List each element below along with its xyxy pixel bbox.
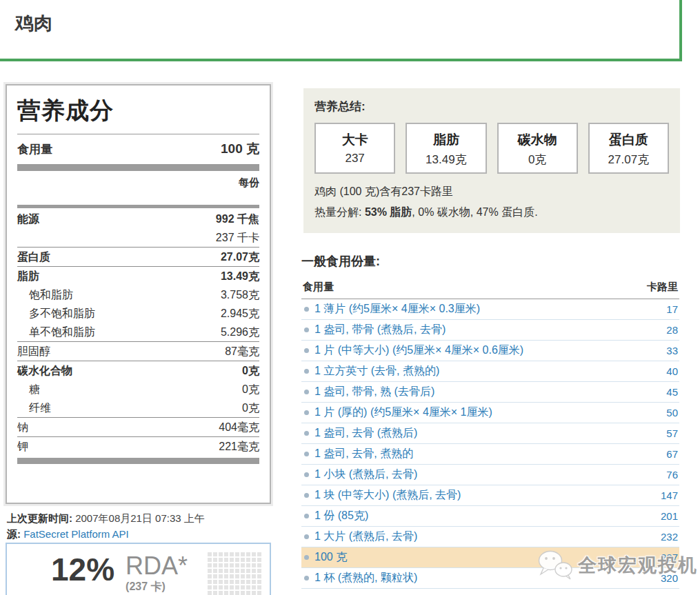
rda-grid-cell: [213, 574, 217, 578]
serving-row[interactable]: 1 块 (中等大小) (煮熟后, 去骨)147: [301, 485, 679, 506]
summary-card-label: 蛋白质: [590, 131, 668, 149]
serving-link[interactable]: 1 盎司, 带骨 (煮熟后, 去骨): [314, 323, 661, 337]
bullet-icon: [304, 390, 309, 394]
nutrition-row: 脂肪13.49克: [17, 266, 259, 285]
rda-grid-cell: [219, 563, 223, 567]
nutrient-label: 纤维: [17, 399, 51, 417]
serving-link[interactable]: 1 片 (厚的) (约5厘米× 4厘米× 1厘米): [314, 405, 661, 420]
serving-calories-link[interactable]: 76: [666, 469, 678, 481]
nutrient-value: 0克: [242, 380, 259, 399]
rda-grid-cell: [257, 552, 261, 556]
nutrition-facts-panel: 营养成分 食用量 100 克 每份 能源992 千焦237 千卡蛋白质27.07…: [6, 84, 271, 504]
serving-sizes-title: 一般食用份量:: [301, 253, 679, 270]
summary-card: 蛋白质27.07克: [588, 123, 669, 174]
rda-grid-cell: [246, 580, 250, 584]
rda-grid-cell: [224, 591, 228, 595]
serving-link[interactable]: 1 份 (85克): [314, 509, 655, 523]
column-serving-header: 食用量: [303, 281, 334, 294]
rda-grid-cell: [230, 563, 234, 567]
serving-calories-link[interactable]: 57: [666, 427, 678, 439]
serving-link[interactable]: 100 克: [314, 550, 655, 565]
serving-calories-link[interactable]: 67: [666, 448, 678, 460]
nutrition-row: 蛋白质27.07克: [17, 247, 259, 266]
summary-calorie-line: 鸡肉 (100 克)含有237卡路里: [314, 185, 669, 199]
serving-calories-link[interactable]: 201: [661, 510, 678, 522]
summary-card: 脂肪13.49克: [406, 123, 486, 174]
serving-row[interactable]: 1 杯 (煮熟的, 颗粒状)320: [301, 568, 679, 589]
serving-row[interactable]: 1 薄片 (约5厘米× 4厘米× 0.3厘米)17: [301, 299, 679, 320]
rda-grid-cell: [224, 558, 228, 562]
serving-row[interactable]: 100 克237: [301, 547, 679, 568]
serving-link[interactable]: 1 盎司, 去骨, 煮熟的: [314, 447, 661, 461]
rda-grid-cell: [252, 585, 256, 589]
rda-grid-cell: [252, 591, 256, 595]
serving-row[interactable]: 1 立方英寸 (去骨, 煮熟的)40: [301, 361, 679, 382]
rda-grid-cell: [213, 552, 217, 556]
serving-link[interactable]: 1 立方英寸 (去骨, 煮熟的): [314, 364, 661, 379]
serving-row[interactable]: 1 小块 (煮熟后, 去骨)76: [301, 465, 679, 485]
bullet-icon: [304, 348, 309, 353]
serving-row[interactable]: 1 盎司, 带骨, 熟 (去骨后)45: [301, 382, 679, 403]
serving-calories-link[interactable]: 320: [661, 572, 678, 584]
rda-grid-cell: [246, 563, 250, 567]
bullet-icon: [304, 493, 309, 498]
serving-calories-link[interactable]: 17: [666, 303, 678, 315]
thick-bar: [17, 164, 259, 171]
rda-grid-cell: [219, 585, 223, 589]
serving-row[interactable]: 1 片 (厚的) (约5厘米× 4厘米× 1厘米)50: [301, 403, 679, 423]
rda-grid-cell: [235, 585, 239, 589]
serving-link[interactable]: 1 大片 (煮熟后, 去骨): [314, 530, 655, 544]
serving-size-value: 100 克: [221, 140, 259, 158]
serving-calories-link[interactable]: 50: [666, 407, 678, 418]
rda-grid-cell: [208, 585, 212, 589]
serving-calories-link[interactable]: 40: [666, 365, 678, 377]
serving-row[interactable]: 1 盎司, 去骨 (煮熟后)57: [301, 423, 679, 444]
serving-link[interactable]: 1 薄片 (约5厘米× 4厘米× 0.3厘米): [314, 302, 661, 316]
nutrition-row: 胆固醇87毫克: [17, 341, 259, 361]
nutrient-value: 992 千焦: [216, 210, 259, 228]
updated-value: 2007年08月21日 07:33 上午: [75, 512, 205, 524]
serving-row[interactable]: 1 片 (中等大小) (约5厘米× 4厘米× 0.6厘米)33: [301, 341, 679, 361]
rda-grid-cell: [235, 569, 239, 573]
serving-calories-link[interactable]: 33: [666, 345, 678, 356]
rda-grid-cell: [241, 585, 245, 589]
serving-calories-link[interactable]: 45: [666, 386, 678, 398]
serving-calories-link[interactable]: 28: [666, 324, 678, 336]
serving-link[interactable]: 1 盎司, 去骨 (煮熟后): [314, 426, 661, 441]
serving-row[interactable]: 1 份 (85克)201: [301, 506, 679, 527]
nutrition-row: 纤维0克: [17, 399, 259, 417]
rda-grid-cell: [230, 569, 234, 573]
nutrient-label: 钠: [17, 418, 28, 436]
serving-row[interactable]: 1 盎司, 去骨, 煮熟的67: [301, 444, 679, 465]
summary-card-value: 237: [316, 152, 394, 165]
rda-widget: 12% RDA* (237 卡): [6, 543, 271, 595]
serving-link[interactable]: 1 盎司, 带骨, 熟 (去骨后): [314, 385, 661, 399]
serving-sizes-section: 一般食用份量: 食用量 卡路里 1 薄片 (约5厘米× 4厘米× 0.3厘米)1…: [301, 253, 679, 589]
serving-link[interactable]: 1 小块 (煮熟后, 去骨): [314, 467, 661, 482]
serving-calories-link[interactable]: 232: [661, 531, 678, 543]
serving-row[interactable]: 1 大片 (煮熟后, 去骨)232: [301, 527, 679, 547]
nutrient-label: 单不饱和脂肪: [17, 323, 95, 341]
rda-grid-cell: [208, 574, 212, 578]
serving-link[interactable]: 1 块 (中等大小) (煮熟后, 去骨): [314, 488, 655, 503]
summary-breakdown-line: 热量分解: 53% 脂肪, 0% 碳水物, 47% 蛋白质.: [314, 205, 669, 220]
rda-grid-cell: [219, 552, 223, 556]
serving-calories-link[interactable]: 237: [661, 552, 678, 563]
nutrient-value: 3.758克: [221, 285, 259, 304]
rda-grid-cell: [252, 569, 256, 573]
fatsecret-api-link[interactable]: FatSecret Platform API: [23, 528, 129, 540]
nutrient-label: 能源: [17, 210, 39, 228]
rda-grid-cell: [208, 591, 212, 595]
rda-grid-cell: [230, 585, 234, 589]
rda-grid-cell: [224, 569, 228, 573]
serving-link[interactable]: 1 片 (中等大小) (约5厘米× 4厘米× 0.6厘米): [314, 343, 661, 358]
rda-grid-cell: [208, 569, 212, 573]
divider: [17, 134, 259, 134]
rda-grid-cell: [219, 574, 223, 578]
serving-row[interactable]: 1 盎司, 带骨 (煮熟后, 去骨)28: [301, 320, 679, 341]
source-label: 源:: [7, 528, 21, 540]
serving-calories-link[interactable]: 147: [661, 490, 678, 501]
rda-calories: (237 卡): [126, 580, 188, 594]
serving-link[interactable]: 1 杯 (煮熟的, 颗粒状): [314, 571, 655, 585]
nutrient-label: 蛋白质: [17, 248, 50, 266]
